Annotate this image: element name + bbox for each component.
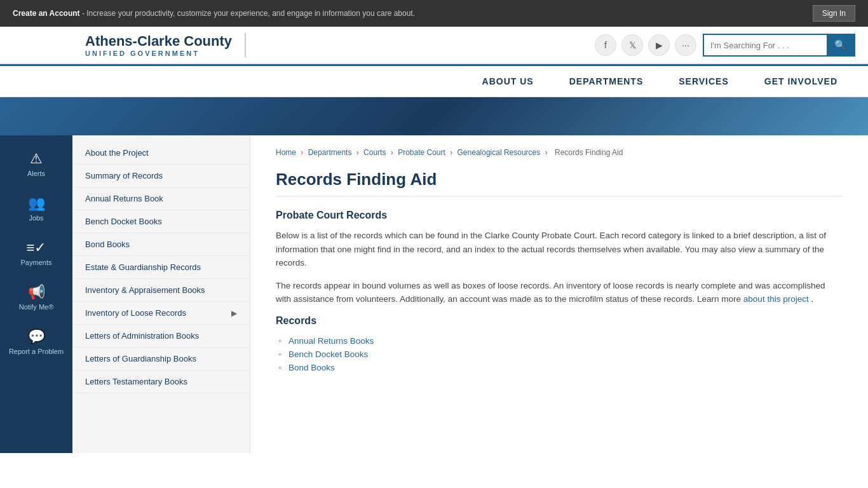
sub-nav-letters-admin[interactable]: Letters of Administration Books [72,325,250,348]
logo[interactable]: Athens-Clarke County UNIFIED GOVERNMENT [85,33,246,57]
alerts-icon: ⚠ [30,151,43,167]
records-bench-docket[interactable]: Bench Docket Books [288,349,368,359]
para2: The records appear in bound volumes as w… [276,279,843,306]
more-icon[interactable]: ··· [675,34,696,56]
icon-sidebar: ⚠ Alerts 👥 Jobs ≡✓ Payments 📢 Notify Me®… [0,135,72,453]
sub-nav-bench-docket[interactable]: Bench Docket Books [72,210,250,233]
banner-body: - Increase your productivity, customize … [82,9,415,18]
sidebar-item-notify[interactable]: 📢 Notify Me® [0,275,72,320]
sub-nav-bond-books[interactable]: Bond Books [72,233,250,256]
nav-about-us[interactable]: ABOUT US [465,66,552,97]
list-item: Annual Returns Books [288,334,843,348]
sub-nav-inventory-loose[interactable]: Inventory of Loose Records ▶ [72,302,250,325]
breadcrumb-genealogical[interactable]: Genealogical Resources [458,148,541,157]
breadcrumb-sep-1: › [301,148,305,157]
sub-nav-inventory-loose-label: Inventory of Loose Records [85,308,186,318]
gov-subtitle: UNIFIED GOVERNMENT [85,50,232,57]
twitter-icon[interactable]: 𝕏 [621,34,643,56]
nav-get-involved[interactable]: GET INVOLVED [747,66,855,97]
sub-nav-inventory-appraisement[interactable]: Inventory & Appraisement Books [72,279,250,302]
jobs-label: Jobs [29,214,43,222]
report-label: Report a Problem [9,348,64,355]
breadcrumb-sep-4: › [450,148,454,157]
banner-text: Create an Account - Increase your produc… [13,9,415,18]
arrow-icon: ▶ [231,309,237,318]
sub-nav-letters-testamentary[interactable]: Letters Testamentary Books [72,370,250,393]
notify-label: Notify Me® [19,303,54,311]
sub-nav-estate-guardianship[interactable]: Estate & Guardianship Records [72,256,250,279]
alerts-label: Alerts [27,170,45,177]
breadcrumb-probate-court[interactable]: Probate Court [398,148,445,157]
breadcrumb: Home › Departments › Courts › Probate Co… [276,148,843,157]
search-input[interactable] [704,36,827,55]
sidebar-item-alerts[interactable]: ⚠ Alerts [0,142,72,186]
nav-services[interactable]: SERVICES [661,66,747,97]
breadcrumb-courts[interactable]: Courts [363,148,386,157]
breadcrumb-current: Records Finding Aid [555,148,623,157]
records-annual-returns[interactable]: Annual Returns Books [288,336,374,346]
report-icon: 💬 [28,329,45,345]
breadcrumb-departments[interactable]: Departments [308,148,352,157]
sidebar-item-jobs[interactable]: 👥 Jobs [0,186,72,231]
records-bond-books[interactable]: Bond Books [288,363,335,372]
page-title: Records Finding Aid [276,170,843,197]
jobs-icon: 👥 [28,195,45,212]
list-item: Bench Docket Books [288,348,843,361]
breadcrumb-sep-5: › [545,148,550,157]
main-content: Home › Departments › Courts › Probate Co… [250,135,868,453]
social-search-area: f 𝕏 ▶ ··· 🔍 [595,34,855,57]
hero-banner [0,97,868,135]
facebook-icon[interactable]: f [595,34,616,56]
nav-departments[interactable]: DEPARTMENTS [552,66,661,97]
breadcrumb-home[interactable]: Home [276,148,296,157]
records-heading: Records [276,315,843,327]
sub-sidebar: About the Project Summary of Records Ann… [72,135,250,453]
create-account-label[interactable]: Create an Account [13,9,80,18]
city-name: Athens-Clarke County [85,33,232,50]
para1: Below is a list of the records which can… [276,229,843,270]
search-box: 🔍 [703,34,855,57]
payments-icon: ≡✓ [27,240,46,256]
sub-nav-letters-guardianship[interactable]: Letters of Guardianship Books [72,348,250,370]
about-project-link[interactable]: about this project [743,294,809,304]
logo-area: Athens-Clarke County UNIFIED GOVERNMENT [85,33,595,57]
sidebar-item-payments[interactable]: ≡✓ Payments [0,231,72,275]
records-section: Records Annual Returns Books Bench Docke… [276,315,843,374]
notify-icon: 📢 [28,284,45,301]
main-nav: ABOUT US DEPARTMENTS SERVICES GET INVOLV… [0,64,868,97]
top-banner: Create an Account - Increase your produc… [0,0,868,27]
sign-in-button[interactable]: Sign In [813,5,855,22]
breadcrumb-sep-3: › [391,148,395,157]
section-probate-heading: Probate Court Records [276,210,843,221]
search-button[interactable]: 🔍 [827,35,854,55]
records-list: Annual Returns Books Bench Docket Books … [276,334,843,374]
para2-end: . [811,294,813,304]
sub-nav-annual-returns[interactable]: Annual Returns Book [72,187,250,210]
breadcrumb-sep-2: › [356,148,361,157]
site-header: Athens-Clarke County UNIFIED GOVERNMENT … [0,27,868,64]
page-layout: ⚠ Alerts 👥 Jobs ≡✓ Payments 📢 Notify Me®… [0,135,868,453]
para2-text: The records appear in bound volumes as w… [276,281,825,304]
sub-nav-about-project[interactable]: About the Project [72,142,250,165]
sidebar-item-report[interactable]: 💬 Report a Problem [0,320,72,364]
sub-nav-summary-records[interactable]: Summary of Records [72,165,250,187]
list-item: Bond Books [288,361,843,374]
payments-label: Payments [21,259,52,266]
social-icons: f 𝕏 ▶ ··· [595,34,696,56]
youtube-icon[interactable]: ▶ [648,34,670,56]
